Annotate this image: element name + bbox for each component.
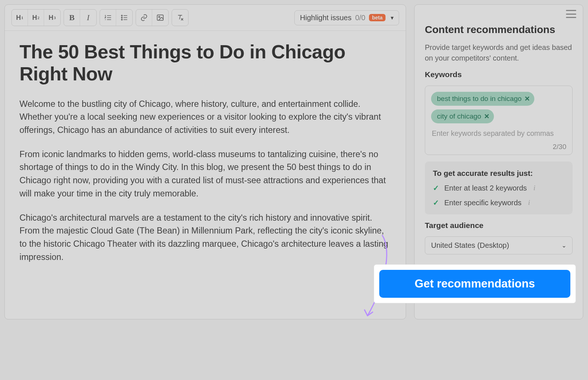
audience-label: Target audience	[425, 221, 573, 230]
tip-text: Enter specific keywords	[444, 199, 521, 207]
list-group	[100, 9, 133, 26]
h2-button[interactable]: H2	[28, 10, 44, 26]
info-icon[interactable]: i	[528, 199, 530, 207]
keywords-input-box[interactable]: best things to do in chicago ✕ city of c…	[425, 86, 573, 155]
tips-title: To get accurate results just:	[433, 169, 564, 178]
sidebar-subtitle: Provide target keywords and get ideas ba…	[425, 42, 573, 64]
editor-panel: H1 H2 H3 B I	[4, 4, 406, 319]
document-paragraph[interactable]: From iconic landmarks to hidden gems, wo…	[19, 148, 391, 200]
document-title[interactable]: The 50 Best Things to Do in Chicago Righ…	[19, 41, 391, 85]
bold-button[interactable]: B	[64, 10, 80, 26]
editor-content[interactable]: The 50 Best Things to Do in Chicago Righ…	[5, 31, 406, 319]
image-icon	[156, 14, 164, 22]
highlight-label: Highlight issues	[300, 14, 351, 22]
unordered-list-icon	[120, 14, 128, 22]
ordered-list-button[interactable]	[100, 10, 116, 26]
keywords-placeholder: Enter keywords separated by commas	[431, 128, 566, 138]
document-paragraph[interactable]: Chicago's architectural marvels are a te…	[19, 211, 391, 264]
tip-row: ✓ Enter specific keywords i	[433, 198, 564, 207]
heading-group: H1 H2 H3	[11, 9, 61, 26]
keyword-chip-text: best things to do in chicago	[437, 95, 521, 103]
link-button[interactable]	[136, 10, 152, 26]
keywords-label: Keywords	[425, 70, 573, 79]
tip-row: ✓ Enter at least 2 keywords i	[433, 184, 564, 192]
beta-badge: beta	[369, 14, 386, 21]
highlight-issues-toggle[interactable]: Highlight issues 0/0 beta ▾	[294, 10, 399, 25]
h3-button[interactable]: H3	[44, 10, 60, 26]
keyword-chip: best things to do in chicago ✕	[431, 92, 534, 106]
recommendations-sidebar: Content recommendations Provide target k…	[414, 4, 583, 319]
info-icon[interactable]: i	[534, 184, 535, 192]
check-icon: ✓	[433, 198, 439, 207]
clear-group	[172, 9, 189, 26]
italic-button[interactable]: I	[80, 10, 96, 26]
svg-point-4	[121, 17, 122, 18]
get-recommendations-button[interactable]: Get recommendations	[379, 270, 570, 298]
chevron-down-icon: ⌄	[562, 242, 566, 249]
svg-rect-9	[157, 15, 164, 21]
style-group: B I	[64, 9, 97, 26]
image-button[interactable]	[152, 10, 168, 26]
keyword-chip-text: city of chicago	[437, 112, 481, 120]
sidebar-menu-icon[interactable]	[566, 10, 576, 18]
highlight-count: 0/0	[355, 14, 365, 22]
link-icon	[140, 14, 148, 22]
chevron-down-icon: ▾	[391, 14, 394, 21]
document-paragraph[interactable]: Welcome to the bustling city of Chicago,…	[19, 98, 391, 137]
svg-point-10	[158, 16, 160, 18]
check-icon: ✓	[433, 184, 439, 192]
clear-format-icon	[176, 14, 184, 22]
remove-keyword-icon[interactable]: ✕	[484, 112, 490, 120]
tip-text: Enter at least 2 keywords	[444, 184, 527, 192]
audience-select[interactable]: United States (Desktop) ⌄	[425, 236, 573, 254]
ordered-list-icon	[104, 14, 112, 22]
sidebar-title: Content recommendations	[425, 24, 573, 36]
keyword-chip: city of chicago ✕	[431, 109, 494, 123]
insert-group	[136, 9, 169, 26]
audience-value: United States (Desktop)	[431, 241, 509, 250]
cta-highlight-wrap: Get recommendations	[374, 265, 576, 303]
tips-box: To get accurate results just: ✓ Enter at…	[425, 162, 573, 214]
h1-button[interactable]: H1	[12, 10, 28, 26]
remove-keyword-icon[interactable]: ✕	[524, 95, 530, 103]
clear-format-button[interactable]	[172, 10, 188, 26]
unordered-list-button[interactable]	[116, 10, 132, 26]
svg-point-3	[121, 15, 122, 16]
editor-toolbar: H1 H2 H3 B I	[5, 5, 406, 31]
keywords-count: 2/30	[431, 143, 566, 151]
svg-point-5	[121, 19, 122, 20]
